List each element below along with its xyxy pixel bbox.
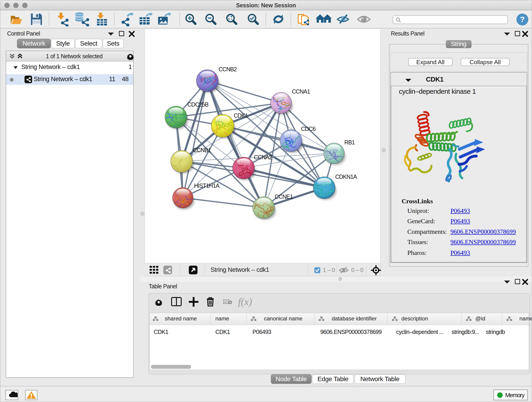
svg-text:CDK1: CDK1 — [234, 112, 248, 119]
svg-text:CCNB2: CCNB2 — [219, 66, 237, 72]
svg-text:CDC25B: CDC25B — [187, 101, 209, 108]
svg-text:CCNB1: CCNB1 — [193, 147, 211, 153]
svg-text:CDKN1A: CDKN1A — [335, 173, 357, 180]
svg-text:HIST1H1A: HIST1H1A — [194, 182, 220, 189]
svg-text:CCNE1: CCNE1 — [275, 193, 293, 200]
svg-text:CCNA1: CCNA1 — [292, 88, 310, 95]
svg-text:CCNA2: CCNA2 — [254, 154, 272, 160]
svg-text:CDC6: CDC6 — [301, 126, 316, 132]
svg-text:RB1: RB1 — [344, 139, 355, 146]
